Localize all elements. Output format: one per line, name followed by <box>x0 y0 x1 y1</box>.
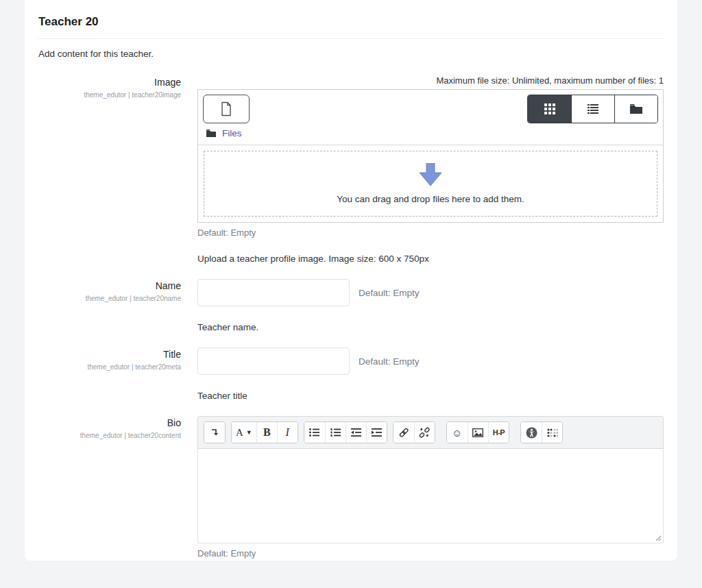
emoticon-icon: ☺ <box>452 427 462 439</box>
bold-button[interactable]: B <box>256 422 277 443</box>
outdent-icon <box>351 428 361 437</box>
indent-icon <box>372 428 382 437</box>
image-default-value: Default: Empty <box>197 228 664 238</box>
collapse-toolbar-button[interactable] <box>204 422 225 443</box>
list-view-button[interactable] <box>571 95 614 123</box>
image-setting-label: Image <box>38 77 181 88</box>
folder-icon <box>206 130 216 137</box>
grid-view-icon <box>544 103 555 114</box>
bio-setting-id: theme_edutor | teacher20content <box>38 432 181 439</box>
title-input[interactable] <box>197 347 350 375</box>
add-file-button[interactable] <box>203 95 250 123</box>
h5p-button[interactable]: H-P <box>488 422 509 443</box>
outdent-button[interactable] <box>346 422 366 443</box>
setting-row-bio: Bio theme_edutor | teacher20content <box>38 416 664 561</box>
add-file-icon <box>220 101 232 117</box>
resize-handle[interactable] <box>655 535 662 541</box>
font-styles-button[interactable]: A ▼ <box>232 422 256 443</box>
insert-image-button[interactable] <box>468 422 488 443</box>
download-arrow-icon <box>417 163 444 186</box>
files-breadcrumb-link[interactable]: Files <box>222 128 242 138</box>
image-setting-id: theme_edutor | teacher20image <box>38 91 181 99</box>
insert-image-icon <box>472 428 483 437</box>
setting-row-name: Name theme_edutor | teacher20name Defaul… <box>38 279 664 332</box>
ordered-list-button[interactable] <box>325 422 346 443</box>
grid-view-button[interactable] <box>528 95 571 123</box>
unordered-list-icon <box>309 428 319 437</box>
title-setting-label: Title <box>38 349 181 360</box>
image-setting-description: Upload a teacher profile image. Image si… <box>197 254 664 264</box>
section-description: Add content for this teacher. <box>38 49 664 59</box>
unlink-icon <box>419 427 430 438</box>
display-mode-toggle <box>527 95 658 123</box>
file-path-bar: Files <box>198 125 663 145</box>
list-view-icon <box>588 104 598 114</box>
bio-setting-label: Bio <box>38 417 181 428</box>
screenreader-helper-icon <box>547 428 558 437</box>
name-setting-id: theme_edutor | teacher20name <box>38 295 181 302</box>
file-manager: Files You can drag and drop files here t… <box>197 89 664 223</box>
collapse-toolbar-icon <box>210 428 219 437</box>
unlink-button[interactable] <box>414 422 435 443</box>
ordered-list-icon <box>330 428 341 437</box>
emoticon-button[interactable]: ☺ <box>447 422 468 443</box>
bio-editor-area <box>197 449 664 543</box>
title-default-value: Default: Empty <box>359 356 420 367</box>
accessibility-checker-icon <box>526 427 537 439</box>
chevron-down-icon: ▼ <box>246 429 252 436</box>
unordered-list-button[interactable] <box>304 422 325 443</box>
title-setting-description: Teacher title <box>197 391 664 401</box>
editor-toolbar: A ▼ B I <box>197 416 664 449</box>
name-setting-label: Name <box>38 280 181 291</box>
file-restrictions-text: Maximum file size: Unlimited, maximum nu… <box>197 75 664 86</box>
drag-drop-zone[interactable]: You can drag and drop files here to add … <box>204 151 657 217</box>
title-setting-id: theme_edutor | teacher20meta <box>38 363 181 371</box>
italic-button[interactable]: I <box>277 422 298 443</box>
link-icon <box>398 427 409 438</box>
page-title: Teacher 20 <box>38 12 664 39</box>
setting-row-title: Title theme_edutor | teacher20meta Defau… <box>38 347 664 401</box>
file-manager-toolbar <box>198 90 663 125</box>
indent-button[interactable] <box>366 422 387 443</box>
name-input[interactable] <box>197 279 350 306</box>
setting-row-image: Image theme_edutor | teacher20image Maxi… <box>38 75 664 264</box>
name-default-value: Default: Empty <box>359 288 420 298</box>
tree-view-icon <box>630 104 642 114</box>
accessibility-checker-button[interactable] <box>521 422 542 443</box>
screenreader-helper-button[interactable] <box>542 422 562 443</box>
name-setting-description: Teacher name. <box>197 322 664 332</box>
tree-view-button[interactable] <box>614 95 657 123</box>
font-styles-icon: A <box>236 427 243 439</box>
dropzone-text: You can drag and drop files here to add … <box>337 194 524 204</box>
settings-card: Teacher 20 Add content for this teacher.… <box>25 0 677 561</box>
link-button[interactable] <box>394 422 414 443</box>
bio-textarea[interactable] <box>198 449 663 543</box>
bio-default-value: Default: Empty <box>197 548 664 559</box>
